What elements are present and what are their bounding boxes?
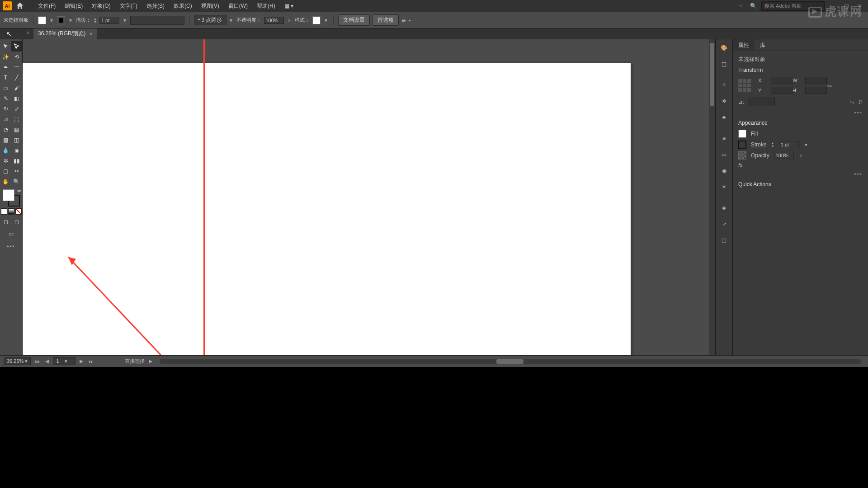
line-tool[interactable]: ╱	[11, 72, 22, 83]
canvas-area[interactable]: 下面我们来认识一下AI的操作界面，点击AI界面的【新建】一个画板， 在界面上方是…	[23, 39, 715, 355]
slice-tool[interactable]: ✂	[11, 166, 22, 176]
maximize-icon[interactable]: ▢	[841, 2, 852, 10]
search-input[interactable]: 搜索 Adobe 帮助	[761, 1, 825, 11]
blend-tool[interactable]: ◉	[11, 145, 22, 155]
swatches-panel-icon[interactable]: ◫	[719, 59, 729, 69]
appearance-stroke-stepper[interactable]: ▲▼	[771, 141, 774, 148]
menu-select[interactable]: 选择(S)	[142, 0, 169, 12]
perspective-grid-tool[interactable]: ▦	[11, 124, 22, 135]
prev-artboard-icon[interactable]: ◀	[44, 358, 50, 364]
shape-builder-tool[interactable]: ◔	[0, 124, 11, 135]
stroke-weight-input[interactable]	[99, 17, 119, 24]
screen-mode-icon[interactable]: ▭	[6, 229, 17, 239]
none-mode-icon[interactable]	[15, 208, 22, 215]
draw-normal-icon[interactable]: ◻	[0, 216, 11, 227]
h-input[interactable]	[805, 87, 827, 94]
tab-properties[interactable]: 属性	[733, 39, 755, 51]
type-tool[interactable]: T	[0, 72, 11, 83]
eyedropper-tool[interactable]: 💧	[0, 145, 11, 155]
rotate-tool[interactable]: ↻	[0, 103, 11, 114]
symbols-panel-icon[interactable]: ✲	[719, 96, 729, 106]
appearance-panel-icon[interactable]: ◉	[719, 166, 729, 176]
rectangle-tool[interactable]: ▭	[0, 83, 11, 93]
symbol-sprayer-tool[interactable]: ✲	[0, 155, 11, 166]
menu-object[interactable]: 对象(O)	[87, 0, 115, 12]
transparency-panel-icon[interactable]: ▭	[719, 150, 729, 160]
direct-selection-tool[interactable]	[11, 41, 22, 52]
asset-export-panel-icon[interactable]: ↗	[719, 219, 729, 229]
constrain-proportions-icon[interactable]: ⫘	[827, 82, 832, 89]
minimize-icon[interactable]: —	[827, 2, 838, 10]
home-icon[interactable]	[15, 1, 24, 10]
style-swatch[interactable]	[312, 16, 321, 24]
paintbrush-tool[interactable]: 🖌	[11, 83, 22, 93]
flip-h-icon[interactable]: ⇋	[850, 99, 854, 105]
curvature-tool[interactable]: 〰	[11, 62, 22, 72]
gradient-tool[interactable]: ◫	[11, 135, 22, 145]
artboard-tool[interactable]: ▢	[0, 166, 11, 176]
close-icon[interactable]: ✕	[854, 2, 865, 10]
first-artboard-icon[interactable]: ⏮	[33, 359, 41, 364]
arrange-docs-icon[interactable]: ▭	[734, 2, 745, 10]
artboard-nav-input[interactable]: 1 ▾	[53, 357, 75, 365]
appearance-stroke-input[interactable]	[779, 141, 799, 148]
lasso-tool[interactable]: ⟲	[11, 52, 22, 62]
reference-point-selector[interactable]	[738, 79, 751, 92]
zoom-level[interactable]: 36.26% ▾	[4, 357, 31, 365]
stroke-stepper[interactable]: ▲▼	[94, 17, 97, 23]
brushes-panel-icon[interactable]: ≡	[719, 80, 729, 90]
y-input[interactable]	[771, 87, 793, 94]
document-setup-button[interactable]: 文档设置	[338, 14, 370, 26]
preferences-button[interactable]: 首选项	[373, 14, 399, 26]
gradient-panel-icon[interactable]: ≡	[719, 133, 729, 143]
menu-type[interactable]: 文字(T)	[115, 0, 142, 12]
graphic-styles-panel-icon[interactable]: ☀	[719, 182, 729, 192]
appearance-stroke-dd-icon[interactable]: ▾	[803, 141, 809, 148]
opacity-input[interactable]	[264, 17, 284, 24]
selection-tool[interactable]	[0, 41, 11, 52]
fill-dropdown-icon[interactable]: ▾	[49, 17, 54, 23]
menu-window[interactable]: 窗口(W)	[224, 0, 252, 12]
status-play-icon[interactable]: ▶	[147, 358, 154, 364]
fx-button[interactable]: fx.	[738, 162, 744, 169]
gradient-mode-icon[interactable]	[8, 208, 14, 215]
edit-toolbar-icon[interactable]: •••	[7, 244, 15, 250]
free-transform-tool[interactable]: ⬚	[11, 114, 22, 124]
search-icon[interactable]: 🔍	[748, 2, 759, 10]
angle-input[interactable]	[748, 98, 775, 106]
swap-fill-stroke-icon[interactable]: ⇄	[17, 188, 21, 193]
x-input[interactable]	[771, 77, 793, 84]
toolbar-fill-swatch[interactable]	[3, 189, 14, 201]
document-tab-close-icon[interactable]: ×	[89, 30, 93, 37]
stroke-dropdown-icon[interactable]: ▾	[68, 17, 73, 23]
opacity-dd-icon[interactable]: ›	[287, 17, 292, 23]
eraser-tool[interactable]: ◧	[11, 93, 22, 103]
stroke-panel-icon[interactable]: ♣	[719, 113, 729, 122]
horizontal-scrollbar[interactable]	[160, 359, 861, 364]
color-panel-icon[interactable]: 🎨	[719, 43, 729, 53]
appearance-opacity-swatch[interactable]	[738, 151, 746, 160]
fill-stroke-swatches[interactable]: ⇄	[3, 189, 20, 206]
tab-libraries[interactable]: 库	[755, 39, 771, 51]
mesh-tool[interactable]: ▩	[0, 135, 11, 145]
shaper-tool[interactable]: ✎	[0, 93, 11, 103]
w-input[interactable]	[805, 77, 827, 84]
menu-effect[interactable]: 效果(C)	[169, 0, 197, 12]
flip-v-icon[interactable]: ⇵	[858, 99, 863, 105]
transform-more-icon[interactable]: •••	[738, 110, 863, 116]
appearance-stroke-swatch[interactable]	[738, 141, 746, 149]
width-tool[interactable]: ⊿	[0, 114, 11, 124]
tab-prev-close-icon[interactable]: ✕	[26, 30, 30, 35]
variable-width-profile[interactable]	[130, 16, 184, 25]
brush-preview[interactable]: • 3 点圆形	[194, 15, 226, 25]
appearance-opacity-input[interactable]	[774, 152, 794, 159]
zoom-tool[interactable]: 🔍	[11, 176, 22, 187]
artboards-panel-icon[interactable]: ▢	[719, 235, 729, 245]
menu-help[interactable]: 帮助(H)	[252, 0, 280, 12]
draw-behind-icon[interactable]: ◻	[11, 216, 22, 227]
scale-tool[interactable]: ⤢	[11, 103, 22, 114]
menu-edit[interactable]: 编辑(E)	[60, 0, 87, 12]
appearance-fill-swatch[interactable]	[738, 130, 746, 138]
fill-swatch[interactable]	[38, 16, 46, 24]
document-tab[interactable]: 36.26% (RGB/预览) ×	[33, 28, 97, 39]
